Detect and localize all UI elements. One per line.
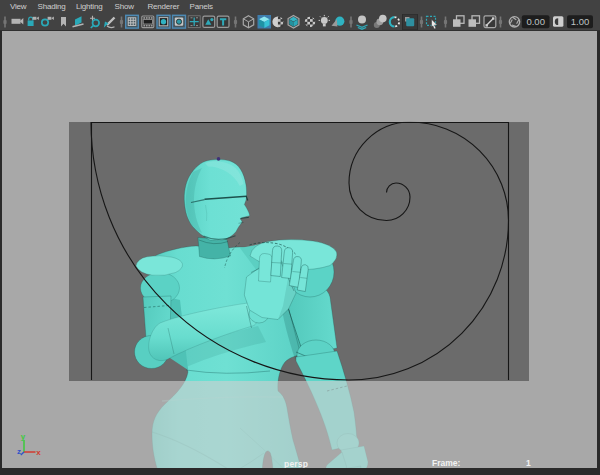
- svg-text:1.00: 1.00: [571, 16, 590, 27]
- svg-text:x: x: [36, 448, 41, 457]
- svg-text:0.00: 0.00: [526, 16, 545, 27]
- svg-text:z: z: [17, 447, 21, 456]
- svg-text:y: y: [21, 432, 26, 441]
